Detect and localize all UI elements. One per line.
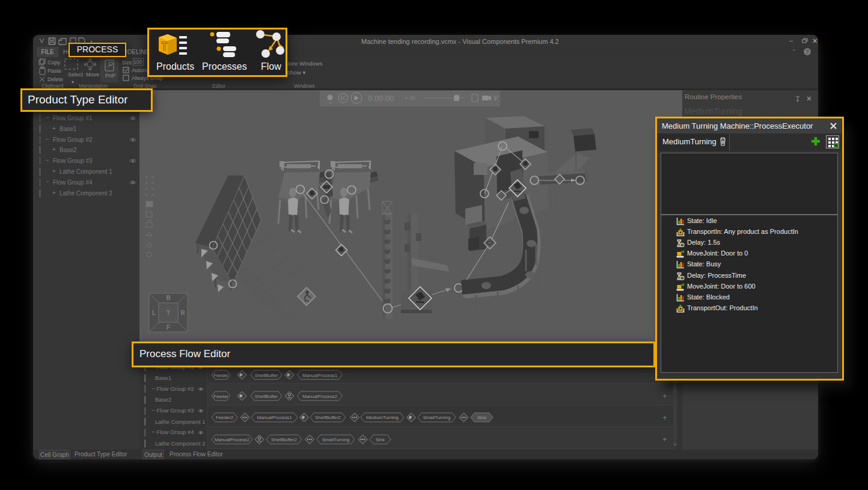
svg-text:V: V (494, 94, 499, 102)
svg-text:ManualProcess1: ManualProcess1 (257, 415, 292, 420)
svg-text:Sink: Sink (477, 415, 486, 420)
svg-text:Feeder: Feeder (213, 373, 228, 378)
svg-text:Lathe Component 1: Lathe Component 1 (155, 418, 205, 425)
svg-text:F: F (167, 324, 170, 331)
svg-text:Base1: Base1 (155, 375, 171, 381)
svg-text:Lathe Component 2: Lathe Component 2 (155, 440, 205, 447)
svg-text:Paste: Paste (47, 68, 61, 74)
svg-text:ManualProcess2: ManualProcess2 (302, 394, 337, 399)
svg-text:MediumTurning: MediumTurning (366, 415, 399, 420)
svg-text:Products: Products (156, 61, 194, 72)
svg-text:B: B (166, 295, 170, 301)
svg-text:− Flow Group #3: − Flow Group #3 (151, 407, 194, 414)
svg-text:L: L (152, 310, 156, 316)
svg-text:T: T (167, 310, 170, 316)
svg-text:Flow: Flow (261, 61, 281, 72)
svg-text:SmallTurning: SmallTurning (423, 415, 451, 420)
svg-text:▾: ▾ (72, 79, 74, 85)
svg-text:+: + (662, 391, 667, 400)
svg-text:ShelfBuffer2: ShelfBuffer2 (271, 437, 297, 443)
svg-text:R: R (180, 310, 185, 316)
svg-text:× 40: × 40 (405, 95, 415, 101)
svg-text:Processes: Processes (202, 61, 247, 72)
svg-text:ShelfBuffer: ShelfBuffer (255, 373, 278, 378)
svg-text:ManualProcess1: ManualProcess1 (302, 373, 337, 378)
svg-text:+: + (662, 413, 667, 422)
svg-text:Feeder: Feeder (213, 394, 228, 399)
svg-text:SmallTurning: SmallTurning (322, 437, 350, 443)
svg-text:Move: Move (86, 72, 99, 78)
svg-text:Feeder2: Feeder2 (216, 415, 233, 420)
svg-text:ShelfBuffer2: ShelfBuffer2 (315, 415, 341, 420)
svg-text:Base2: Base2 (155, 396, 171, 403)
svg-text:ShelfBuffer: ShelfBuffer (255, 394, 278, 399)
svg-text:Select: Select (68, 72, 84, 78)
svg-text:− Flow Group #2: − Flow Group #2 (151, 385, 194, 392)
svg-text:0.00.00: 0.00.00 (368, 94, 394, 103)
svg-text:Copy: Copy (47, 60, 61, 66)
svg-text:Sink: Sink (376, 437, 385, 443)
svg-text:+: + (662, 435, 667, 444)
svg-text:− Flow Group #4: − Flow Group #4 (151, 429, 194, 435)
svg-text:ManualProcess2: ManualProcess2 (215, 437, 249, 443)
svg-text:Delete: Delete (47, 76, 63, 82)
